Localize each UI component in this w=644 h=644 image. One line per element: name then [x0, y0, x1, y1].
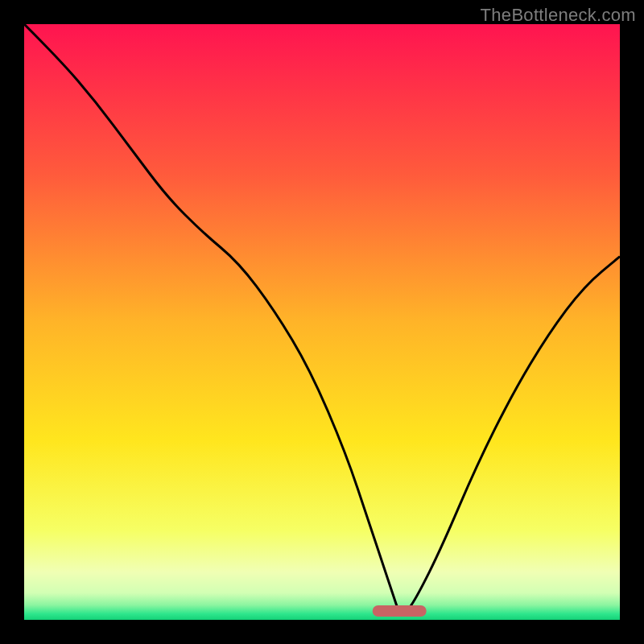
optimum-marker	[373, 605, 427, 617]
watermark-text: TheBottleneck.com	[481, 5, 636, 26]
chart-plot-area	[24, 24, 620, 620]
bottleneck-curve	[24, 24, 620, 620]
bottleneck-curve-path	[24, 24, 620, 614]
